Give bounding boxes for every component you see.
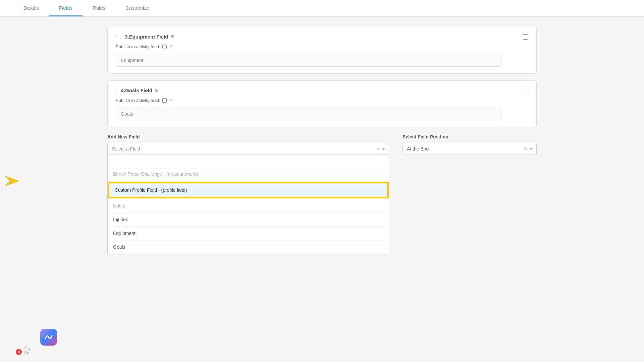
field-input-4: Goals [116,108,501,120]
app-icon [40,329,57,346]
select-clear-button[interactable]: × [377,146,380,152]
publish-label-3: Publish to activity feed: [116,44,160,49]
sort-arrows-4[interactable]: ↑ [116,87,118,93]
position-select-box[interactable]: At the End × ▾ [402,143,537,155]
field-card-4: ↑ 4. Goals Field ⊞ Publish to activity f… [107,80,537,127]
tab-customize[interactable]: Customize [115,0,159,16]
select-field-position-label: Select Field Position [402,134,537,139]
field-title-4: Goals Field [125,87,152,93]
field-checkbox-right-4[interactable] [523,88,528,93]
position-clear-button[interactable]: × [524,146,527,152]
field-card-3: ↑ ↓ 3. Equipment Field ⊞ Publish to acti… [107,27,537,74]
tab-fields[interactable]: Fields [49,0,83,16]
position-arrow-button[interactable]: ▾ [530,146,532,152]
field-title-3: Equipment Field [129,34,168,40]
add-field-section: Add New Field Select a Field × ▾ Bench P… [107,134,537,261]
svg-marker-0 [5,176,18,186]
tab-details[interactable]: Details [13,0,49,16]
sort-arrows-3[interactable]: ↑ ↓ [116,34,122,40]
help-icon-3[interactable]: ? [170,44,172,49]
dropdown-item-3[interactable]: Injuries [108,213,389,227]
tab-bar: Details Fields Rules Customize [0,0,644,17]
publish-checkbox-3[interactable] [162,45,167,49]
publish-label-4: Publish to activity feed: [116,98,160,103]
footer-text: © 2 Ho [24,346,31,355]
help-icon-4[interactable]: ? [170,98,172,103]
field-number-3: 3. [125,34,129,40]
field-input-3: Equipment [116,54,501,67]
select-field-placeholder: Select a Field [112,146,140,152]
copy-icon-4[interactable]: ⊞ [155,88,159,93]
publish-checkbox-4[interactable] [162,98,167,103]
add-field-left: Add New Field Select a Field × ▾ Bench P… [107,134,389,254]
copy-icon-3[interactable]: ⊞ [171,34,174,39]
main-content: ↑ ↓ 3. Equipment Field ⊞ Publish to acti… [87,17,557,271]
add-field-label: Add New Field [107,134,389,139]
dropdown-list: Bench Press Challenge - (measurement) Cu… [107,167,389,254]
field-checkbox-right-3[interactable] [523,34,528,40]
add-field-right: Select Field Position At the End × ▾ [402,134,537,155]
dropdown-item-2[interactable]: Notes [108,199,389,213]
notification-badge: 8 [16,349,22,355]
big-arrow-indicator [2,169,25,193]
field-header-4: ↑ 4. Goals Field ⊞ [116,87,528,93]
tab-rules[interactable]: Rules [83,0,115,16]
dropdown-item-1[interactable]: Custom Profile Field - (profile field) [109,183,388,197]
publish-row-4: Publish to activity feed: ? [116,98,528,103]
dropdown-item-4[interactable]: Equipment [108,227,389,240]
field-number-4: 4. [121,87,125,93]
dropdown-highlighted-wrapper: Custom Profile Field - (profile field) [108,182,389,198]
publish-row-3: Publish to activity feed: ? [116,44,528,49]
dropdown-search-box [107,155,389,167]
dropdown-search-input[interactable] [108,155,389,167]
position-select-value: At the End [407,146,429,152]
dropdown-item-5[interactable]: Goals [108,240,389,254]
field-header-3: ↑ ↓ 3. Equipment Field ⊞ [116,34,528,40]
select-arrow-button[interactable]: ▾ [382,146,385,152]
select-field-dropdown[interactable]: Select a Field × ▾ [107,143,389,155]
dropdown-item-0[interactable]: Bench Press Challenge - (measurement) [108,167,389,181]
